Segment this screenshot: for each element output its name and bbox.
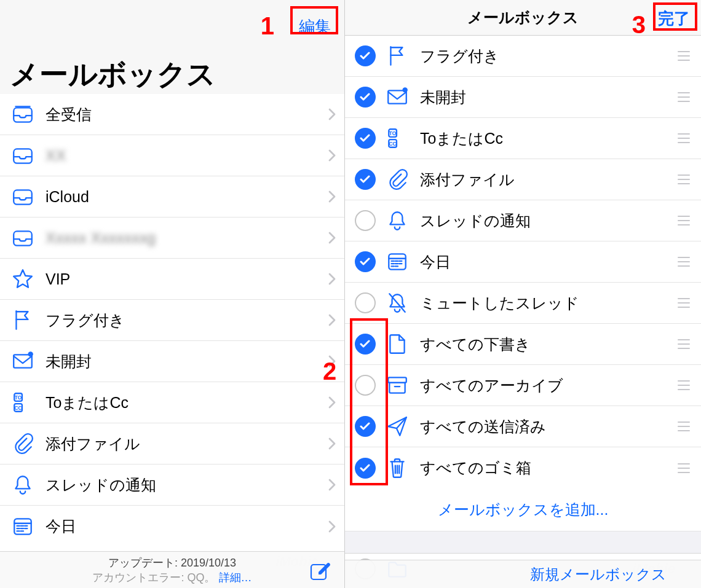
mailbox-label: VIP	[46, 270, 328, 288]
bell-icon	[386, 209, 409, 232]
mailbox-label: ToまたはCc	[420, 128, 678, 149]
mailbox-row-today[interactable]: 今日	[0, 506, 344, 547]
mailbox-label: 未開封	[46, 351, 328, 372]
edit-row-today[interactable]: 今日	[345, 241, 701, 283]
edit-row-unread[interactable]: 未開封	[345, 77, 701, 118]
chevron-right-icon	[328, 437, 336, 450]
chevron-right-icon	[328, 314, 336, 326]
checkbox-on[interactable]	[355, 128, 376, 149]
checkbox-off[interactable]	[355, 210, 376, 231]
edit-row-flagged[interactable]: フラグ付き	[345, 36, 701, 77]
paperclip-icon	[11, 432, 34, 455]
edit-row-all-sent[interactable]: すべての送信済み	[345, 406, 701, 447]
edit-row-all-trash[interactable]: すべてのゴミ箱	[345, 447, 701, 488]
mailbox-label: ToまたはCc	[46, 393, 328, 413]
chevron-right-icon	[328, 149, 336, 162]
details-link[interactable]: 詳細…	[219, 571, 252, 584]
header-title: メールボックス	[467, 7, 579, 28]
inbox-icon	[11, 144, 34, 167]
mailbox-row-acct-1[interactable]: XX	[0, 135, 344, 176]
drag-handle-icon[interactable]	[678, 133, 692, 143]
checkbox-off[interactable]	[355, 292, 376, 313]
annotation-box-2	[350, 318, 388, 485]
chevron-right-icon	[328, 479, 336, 491]
bell-icon	[11, 473, 34, 496]
section-gap	[345, 531, 701, 554]
checkbox-on[interactable]	[355, 87, 376, 108]
mailbox-row-vip[interactable]: VIP	[0, 259, 344, 300]
bell-slash-icon	[386, 291, 409, 315]
edit-row-thread-notif[interactable]: スレッドの通知	[345, 200, 701, 241]
envelope-dot-icon	[386, 85, 409, 109]
mailbox-row-attach[interactable]: 添付ファイル	[0, 423, 344, 465]
chevron-right-icon	[328, 396, 336, 409]
mailbox-row-flagged[interactable]: フラグ付き	[0, 300, 344, 341]
mailbox-row-icloud[interactable]: iCloud	[0, 176, 344, 218]
mailbox-row-acct-2[interactable]: Xxxxx Xxxxxxxg	[0, 218, 344, 259]
drag-handle-icon[interactable]	[678, 92, 692, 102]
mailbox-label: Xxxxx Xxxxxxxg	[46, 229, 328, 247]
drag-handle-icon[interactable]	[678, 380, 692, 390]
right-header: メールボックス 完了 3	[345, 0, 701, 36]
drag-handle-icon[interactable]	[678, 257, 692, 267]
edit-row-all-archive[interactable]: すべてのアーカイブ	[345, 365, 701, 406]
mailbox-row-thread-notif[interactable]: スレッドの通知	[0, 465, 344, 506]
status-toolbar: アップデート: 2019/10/13 アカウントエラー: QQ。 詳細…	[0, 551, 344, 588]
mailbox-label: 全受信	[46, 104, 328, 125]
archive-icon	[386, 374, 409, 397]
mailbox-row-tocc[interactable]: ToまたはCc	[0, 382, 344, 423]
mailboxes-pane-view: 編集 1 メールボックス 全受信XXiCloudXxxxx XxxxxxxgVI…	[0, 0, 344, 588]
drag-handle-icon[interactable]	[678, 421, 692, 431]
mailbox-label: iCloud	[46, 188, 328, 206]
mailbox-label: すべての送信済み	[420, 417, 678, 437]
compose-icon[interactable]	[309, 560, 331, 582]
doc-icon	[386, 332, 409, 356]
mailbox-row-unread[interactable]: 未開封	[0, 341, 344, 382]
drag-handle-icon[interactable]	[678, 216, 692, 225]
edit-mailbox-list: フラグ付き未開封ToまたはCc添付ファイルスレッドの通知今日ミュートしたスレッド…	[345, 36, 701, 488]
bottom-toolbar: 新規メールボックス	[345, 560, 701, 588]
drag-handle-icon[interactable]	[678, 298, 692, 308]
edit-row-all-drafts[interactable]: すべての下書き	[345, 324, 701, 365]
edit-row-tocc[interactable]: ToまたはCc	[345, 118, 701, 159]
checkbox-on[interactable]	[355, 169, 376, 190]
envelope-dot-icon	[11, 350, 34, 373]
tocc-icon	[11, 391, 34, 414]
drag-handle-icon[interactable]	[678, 339, 692, 349]
page-title: メールボックス	[10, 55, 216, 94]
mailbox-row-all-inbox[interactable]: 全受信	[0, 94, 344, 135]
add-mailbox-button[interactable]: メールボックスを追加...	[345, 488, 701, 531]
mailbox-label: 今日	[46, 516, 328, 536]
inbox-stack-icon	[11, 103, 34, 126]
mailbox-label: フラグ付き	[420, 46, 678, 66]
annotation-number-2: 2	[323, 358, 336, 385]
updated-label: アップデート: 2019/10/13	[0, 555, 344, 570]
chevron-right-icon	[328, 190, 336, 203]
trash-icon	[386, 457, 409, 480]
mailbox-label: ミュートしたスレッド	[420, 293, 678, 313]
mailbox-label: すべての下書き	[420, 334, 678, 355]
drag-handle-icon[interactable]	[678, 174, 692, 184]
mailbox-label: すべてのアーカイブ	[420, 375, 678, 396]
annotation-box-3	[653, 2, 697, 31]
new-mailbox-button[interactable]: 新規メールボックス	[530, 565, 667, 584]
drag-handle-icon[interactable]	[678, 51, 692, 61]
calendar-icon	[11, 515, 34, 538]
annotation-number-3: 3	[632, 11, 646, 39]
tocc-icon	[386, 127, 409, 150]
left-header: 編集 1 メールボックス	[0, 0, 344, 94]
checkbox-on[interactable]	[355, 45, 376, 66]
drag-handle-icon[interactable]	[678, 463, 692, 473]
mailbox-label: XX	[46, 147, 328, 165]
annotation-number-1: 1	[261, 12, 274, 40]
checkbox-on[interactable]	[355, 251, 376, 272]
mailbox-label: スレッドの通知	[420, 211, 678, 231]
edit-row-attach[interactable]: 添付ファイル	[345, 159, 701, 200]
edit-row-muted[interactable]: ミュートしたスレッド	[345, 283, 701, 324]
chevron-right-icon	[328, 273, 336, 285]
paperclip-icon	[386, 168, 409, 191]
account-error-text: アカウントエラー: QQ。	[92, 571, 215, 584]
chevron-right-icon	[328, 108, 336, 120]
mailbox-label: フラグ付き	[46, 310, 328, 331]
mailbox-label: スレッドの通知	[46, 475, 328, 495]
